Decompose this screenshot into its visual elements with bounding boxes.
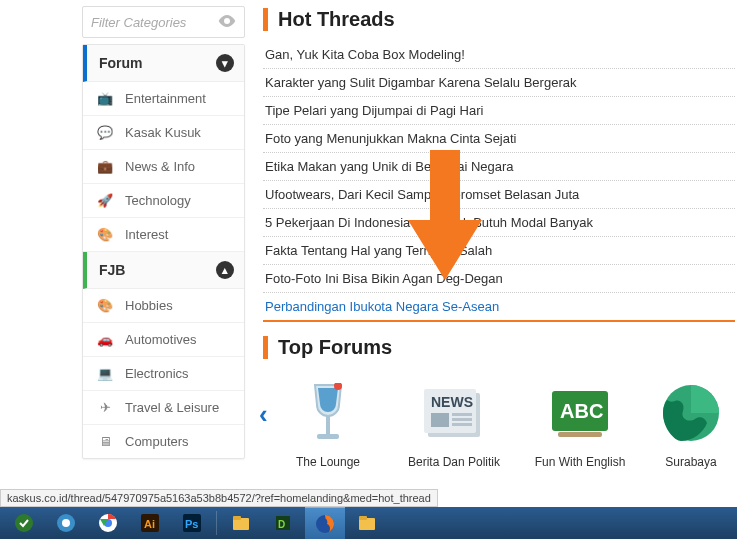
palette-icon: 🎨 <box>97 298 113 313</box>
svg-rect-9 <box>452 423 472 426</box>
thread-link[interactable]: Etika Makan yang Unik di Berbagai Negara <box>263 153 735 181</box>
taskbar-idm[interactable] <box>4 507 44 539</box>
rocket-icon: 🚀 <box>97 193 113 208</box>
laptop-icon: 💻 <box>97 366 113 381</box>
sidebar-item-label: Travel & Leisure <box>125 400 219 415</box>
forum-card-the-lounge[interactable]: The Lounge <box>269 379 387 469</box>
svg-rect-6 <box>431 413 449 427</box>
forum-card-berita-dan-politik[interactable]: NEWS Berita Dan Politik <box>395 379 513 469</box>
svg-rect-7 <box>452 413 472 416</box>
globe-icon <box>647 379 735 447</box>
plane-icon: ✈ <box>97 400 113 415</box>
thread-link[interactable]: Foto-Foto Ini Bisa Bikin Agan Deg-Degan <box>263 265 735 293</box>
svg-point-14 <box>15 514 33 532</box>
forum-card-fun-with-english[interactable]: ABC Fun With English <box>521 379 639 469</box>
hot-threads-list: Gan, Yuk Kita Coba Box Modeling! Karakte… <box>263 41 735 322</box>
sidebar-item-label: News & Info <box>125 159 195 174</box>
sidebar-item-electronics[interactable]: 💻 Electronics <box>83 357 244 391</box>
status-bar-url: kaskus.co.id/thread/547970975a5163a53b8b… <box>0 489 438 507</box>
sidebar-item-interest[interactable]: 🎨 Interest <box>83 218 244 252</box>
taskbar-explorer[interactable] <box>221 507 261 539</box>
abc-icon: ABC <box>521 379 639 447</box>
eye-icon <box>218 15 236 30</box>
tv-icon: 📺 <box>97 91 113 106</box>
chat-icon: 💬 <box>97 125 113 140</box>
sidebar-item-label: Computers <box>125 434 189 449</box>
svg-text:Ps: Ps <box>185 518 198 530</box>
sidebar-header-fjb[interactable]: FJB ▴ <box>83 252 244 289</box>
thread-link[interactable]: Foto yang Menunjukkan Makna Cinta Sejati <box>263 125 735 153</box>
desktop-icon: 🖥 <box>97 434 113 449</box>
svg-point-16 <box>62 519 70 527</box>
sidebar-item-label: Automotives <box>125 332 197 347</box>
thread-link[interactable]: Fakta Tentang Hal yang Ternyata Salah <box>263 237 735 265</box>
forum-label: Fun With English <box>521 455 639 469</box>
taskbar-dreamweaver[interactable]: D <box>263 507 303 539</box>
palette-icon: 🎨 <box>97 227 113 242</box>
sidebar-item-computers[interactable]: 🖥 Computers <box>83 425 244 458</box>
sidebar-item-news-info[interactable]: 💼 News & Info <box>83 150 244 184</box>
sidebar-item-technology[interactable]: 🚀 Technology <box>83 184 244 218</box>
chevron-up-icon: ▴ <box>216 261 234 279</box>
forum-label: Berita Dan Politik <box>395 455 513 469</box>
sidebar-item-label: Interest <box>125 227 168 242</box>
svg-rect-12 <box>558 432 602 437</box>
sidebar-item-label: Hobbies <box>125 298 173 313</box>
svg-rect-24 <box>233 516 241 520</box>
svg-text:NEWS: NEWS <box>431 394 473 410</box>
wine-icon <box>269 379 387 447</box>
taskbar-separator <box>216 511 217 535</box>
sidebar-item-kasak-kusuk[interactable]: 💬 Kasak Kusuk <box>83 116 244 150</box>
sidebar-item-label: Electronics <box>125 366 189 381</box>
chevron-left-icon[interactable]: ‹ <box>259 399 268 430</box>
svg-rect-0 <box>326 416 330 434</box>
taskbar: Ai Ps D <box>0 507 737 539</box>
thread-link-highlighted[interactable]: Perbandingan Ibukota Negara Se-Asean <box>263 293 735 322</box>
svg-rect-8 <box>452 418 472 421</box>
svg-rect-29 <box>359 516 367 520</box>
svg-text:ABC: ABC <box>560 400 603 422</box>
svg-rect-1 <box>317 434 339 439</box>
forum-card-surabaya[interactable]: Surabaya <box>647 379 735 469</box>
sidebar-item-label: Entertainment <box>125 91 206 106</box>
thread-link[interactable]: 5 Pekerjaan Di Indonesia yang Gak Butuh … <box>263 209 735 237</box>
car-icon: 🚗 <box>97 332 113 347</box>
sidebar-item-automotives[interactable]: 🚗 Automotives <box>83 323 244 357</box>
taskbar-chrome[interactable] <box>88 507 128 539</box>
taskbar-illustrator[interactable]: Ai <box>130 507 170 539</box>
thread-link[interactable]: Tipe Pelari yang Dijumpai di Pagi Hari <box>263 97 735 125</box>
svg-text:D: D <box>278 519 285 530</box>
sidebar-item-label: Technology <box>125 193 191 208</box>
sidebar-item-entertainment[interactable]: 📺 Entertainment <box>83 82 244 116</box>
taskbar-photoshop[interactable]: Ps <box>172 507 212 539</box>
filter-placeholder: Filter Categories <box>91 15 186 30</box>
briefcase-icon: 💼 <box>97 159 113 174</box>
sidebar-header-title: FJB <box>99 262 125 278</box>
news-icon: NEWS <box>395 379 513 447</box>
sidebar-item-label: Kasak Kusuk <box>125 125 201 140</box>
forum-label: The Lounge <box>269 455 387 469</box>
chevron-down-icon: ▾ <box>216 54 234 72</box>
svg-text:Ai: Ai <box>144 518 155 530</box>
filter-categories-input[interactable]: Filter Categories <box>82 6 245 38</box>
taskbar-camtasia[interactable] <box>46 507 86 539</box>
sidebar-header-title: Forum <box>99 55 143 71</box>
thread-link[interactable]: Karakter yang Sulit Digambar Karena Sela… <box>263 69 735 97</box>
top-forums-title: Top Forums <box>263 336 735 359</box>
thread-link[interactable]: Gan, Yuk Kita Coba Box Modeling! <box>263 41 735 69</box>
taskbar-firefox[interactable] <box>305 507 345 539</box>
sidebar-item-travel-leisure[interactable]: ✈ Travel & Leisure <box>83 391 244 425</box>
sidebar-item-hobbies[interactable]: 🎨 Hobbies <box>83 289 244 323</box>
taskbar-folder[interactable] <box>347 507 387 539</box>
thread-link[interactable]: Ufootwears, Dari Kecil Sampai Beromset B… <box>263 181 735 209</box>
forum-label: Surabaya <box>647 455 735 469</box>
sidebar-header-forum[interactable]: Forum ▾ <box>83 45 244 82</box>
hot-threads-title: Hot Threads <box>263 8 735 31</box>
